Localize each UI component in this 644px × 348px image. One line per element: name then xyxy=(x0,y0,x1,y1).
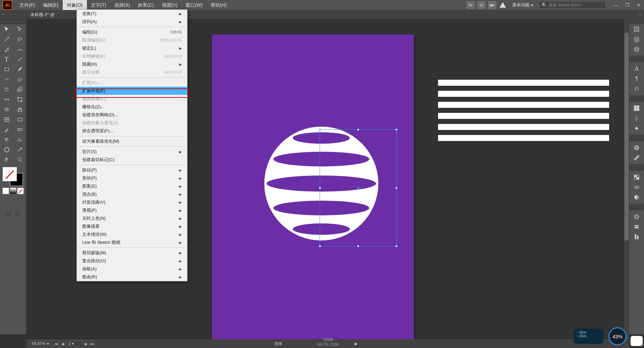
zoom-tool[interactable] xyxy=(13,155,26,165)
pen-tool[interactable] xyxy=(0,44,13,54)
workspace-switcher[interactable]: 基本功能 ▾ xyxy=(509,2,536,8)
menu-item-创建渐变网格D[interactable]: 创建渐变网格(D)... xyxy=(77,111,187,119)
gradient-panel-icon[interactable] xyxy=(631,192,642,202)
symbols-panel-icon[interactable]: ♣ xyxy=(631,123,642,133)
menu-item-图案E[interactable]: 图案(E)▶ xyxy=(77,182,187,190)
graphic-styles-panel-icon[interactable] xyxy=(631,222,642,232)
brush-tool[interactable] xyxy=(13,64,26,74)
none-mode-btn[interactable] xyxy=(17,188,24,194)
window-minimize[interactable]: — xyxy=(613,2,619,8)
search-input[interactable]: 🔍 搜索 Adobe Stock xyxy=(539,1,606,9)
opentype-panel-icon[interactable]: O xyxy=(631,84,642,94)
gradient-tool[interactable] xyxy=(13,115,26,125)
menu-view[interactable]: 视图(V) xyxy=(158,0,182,10)
menu-item-画板A[interactable]: 画板(A)▶ xyxy=(77,265,187,273)
first-artboard-btn[interactable]: ⏮ xyxy=(54,341,59,346)
vertical-scrollbar[interactable] xyxy=(624,19,629,339)
zoom-dropdown[interactable]: 66.67% ▾ xyxy=(30,340,51,347)
window-restore[interactable]: ❐ xyxy=(625,2,630,8)
swatches-panel-icon[interactable] xyxy=(631,103,642,113)
align-panel-icon[interactable] xyxy=(631,232,642,242)
rotate-tool[interactable] xyxy=(0,84,13,94)
brushes-panel-icon[interactable] xyxy=(631,113,642,123)
stock-button[interactable]: St xyxy=(477,1,485,9)
eyedropper-tool[interactable] xyxy=(0,125,13,135)
window-close[interactable]: ✕ xyxy=(636,2,641,8)
menu-item-编组G[interactable]: 编组(G)Ctrl+G xyxy=(77,28,187,36)
menu-item-隐藏H[interactable]: 隐藏(H)▶ xyxy=(77,60,187,68)
symbol-tool[interactable] xyxy=(0,135,13,145)
menu-item-形状P[interactable]: 形状(P)▶ xyxy=(77,174,187,182)
menu-item-设为像素级优化M[interactable]: 设为像素级优化(M) xyxy=(77,137,187,145)
type-tool[interactable]: T xyxy=(0,54,13,64)
collapse-chev-right-icon[interactable]: ›› xyxy=(639,12,641,16)
source-stripes[interactable] xyxy=(438,80,609,141)
artboard-tool[interactable] xyxy=(0,145,13,155)
menu-help[interactable]: 帮助(H) xyxy=(207,0,230,10)
curvature-tool[interactable] xyxy=(13,44,26,54)
layers-panel-icon[interactable] xyxy=(631,34,642,44)
slice-tool[interactable] xyxy=(13,145,26,155)
color-panel-icon[interactable] xyxy=(631,143,642,153)
free-transform-tool[interactable] xyxy=(13,94,26,105)
graph-tool[interactable] xyxy=(13,135,26,145)
last-artboard-btn[interactable]: ⏭ xyxy=(90,341,95,346)
character-panel-icon[interactable]: A xyxy=(631,64,642,74)
menu-type[interactable]: 文字(T) xyxy=(87,0,110,10)
fill-swatch[interactable] xyxy=(3,167,16,181)
transparency-panel-icon[interactable] xyxy=(631,172,642,182)
menu-object[interactable]: 对象(O) xyxy=(63,0,87,10)
menu-item-封套扭曲V[interactable]: 封套扭曲(V)▶ xyxy=(77,198,187,206)
color-mode-btn[interactable] xyxy=(2,188,9,194)
line-tool[interactable] xyxy=(13,54,26,64)
menu-item-拼合透明度F[interactable]: 拼合透明度(F)... xyxy=(77,127,187,135)
menu-edit[interactable]: 编辑(E) xyxy=(39,0,63,10)
color-guide-panel-icon[interactable] xyxy=(631,153,642,163)
next-artboard-btn[interactable]: ▶ xyxy=(84,341,89,346)
tool-panel-head[interactable] xyxy=(0,19,26,24)
libraries-panel-icon[interactable] xyxy=(631,44,642,54)
menu-item-变换T[interactable]: 变换(T)▶ xyxy=(77,10,187,18)
menu-select[interactable]: 选择(S) xyxy=(110,0,134,10)
gpu-icon[interactable] xyxy=(499,1,507,9)
appearance-panel-icon[interactable] xyxy=(631,212,642,222)
document-tab[interactable]: 未标题-2* @ xyxy=(30,12,54,18)
stroke-panel-icon[interactable] xyxy=(631,182,642,192)
menu-file[interactable]: 文件(F) xyxy=(15,0,39,10)
selection-bounding-box[interactable] xyxy=(320,129,397,247)
screen-mode-btn[interactable] xyxy=(5,210,12,218)
artboard-number[interactable]: 1 ▾ xyxy=(66,340,83,347)
width-tool[interactable] xyxy=(0,94,13,105)
edit-mode-btn[interactable] xyxy=(14,210,21,218)
menu-item-创建裁切标记C[interactable]: 创建裁切标记(C) xyxy=(77,156,187,164)
menu-item-混合B[interactable]: 混合(B)▶ xyxy=(77,190,187,198)
scale-tool[interactable] xyxy=(13,84,26,94)
selection-tool[interactable] xyxy=(0,24,13,34)
gradient-mode-btn[interactable] xyxy=(10,188,16,194)
play-icon[interactable]: ▶ xyxy=(355,341,358,346)
perspective-tool[interactable] xyxy=(13,105,26,115)
arrange-docs-button[interactable]: ▦▾ xyxy=(488,1,496,9)
menu-item-切片S[interactable]: 切片(S)▶ xyxy=(77,148,187,156)
magic-wand-tool[interactable] xyxy=(0,34,13,44)
eraser-tool[interactable] xyxy=(13,74,26,84)
menu-item-扩展外观E[interactable]: 扩展外观(E) xyxy=(77,87,187,95)
bridge-button[interactable]: Br xyxy=(467,1,475,9)
direct-selection-tool[interactable] xyxy=(13,24,26,34)
shaper-tool[interactable] xyxy=(0,74,13,84)
paragraph-panel-icon[interactable]: ¶ xyxy=(631,74,642,84)
hand-tool[interactable] xyxy=(0,155,13,165)
menu-item-栅格化Z[interactable]: 栅格化(Z)... xyxy=(77,103,187,111)
lasso-tool[interactable] xyxy=(13,34,26,44)
menu-item-排列A[interactable]: 排列(A)▶ xyxy=(77,18,187,26)
menu-item-Line和Sketch图稿[interactable]: Line 和 Sketch 图稿▶ xyxy=(77,238,187,247)
menu-effect[interactable]: 效果(C) xyxy=(134,0,158,10)
shape-builder-tool[interactable] xyxy=(0,105,13,115)
collapse-chev-icon[interactable]: ‹‹ xyxy=(2,12,4,16)
prev-artboard-btn[interactable]: ◀ xyxy=(60,341,65,346)
menu-item-复合路径O[interactable]: 复合路径(O)▶ xyxy=(77,257,187,265)
menu-item-路径P[interactable]: 路径(P)▶ xyxy=(77,166,187,174)
rectangle-tool[interactable] xyxy=(0,64,13,74)
menu-item-图像描摹[interactable]: 图像描摹▶ xyxy=(77,222,187,230)
menu-window[interactable]: 窗口(W) xyxy=(181,0,207,10)
